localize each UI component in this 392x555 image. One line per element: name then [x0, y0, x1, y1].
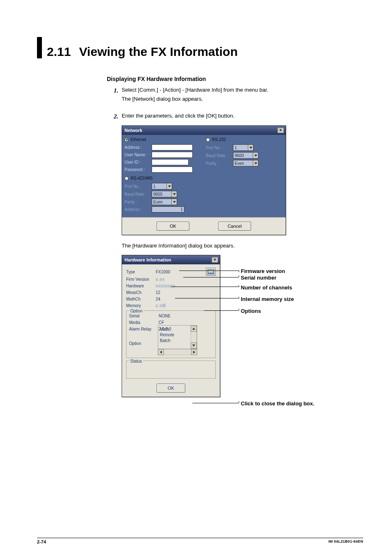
svg-marker-11 — [193, 351, 195, 354]
option-listbox[interactable]: Math Remote Batch — [158, 325, 197, 349]
option-legend: Option — [129, 308, 143, 314]
media-label: Media — [129, 319, 159, 326]
firm-label: Firm Version — [126, 276, 156, 282]
userid-input[interactable] — [152, 159, 189, 165]
section-title: Viewing the FX Information — [79, 45, 238, 58]
chevron-down-icon — [171, 199, 177, 205]
option-item: Remote — [160, 332, 189, 338]
step-1-line-2: The [Network] dialog box appears. — [122, 95, 363, 103]
svg-marker-2 — [173, 201, 176, 203]
hardware-info-dialog: Hardware Information × Type FX1000 — [122, 255, 220, 398]
addr-label: Address : — [125, 144, 150, 150]
section-accent-bar — [37, 37, 42, 58]
svg-marker-8 — [192, 328, 195, 330]
svg-marker-9 — [192, 345, 195, 347]
step-1-line-1: Select [Comm.] - [Action] - [Hardware In… — [122, 86, 363, 94]
close-icon[interactable]: × — [277, 127, 284, 133]
rs232-baud-label: Baud Rate : — [206, 153, 231, 159]
close-icon[interactable]: × — [212, 257, 218, 263]
rs422-radio-label: RS-422/485 — [131, 175, 152, 181]
rs232-baud-select[interactable]: 9600 — [233, 152, 258, 159]
rs232-radio-label: RS-232 — [212, 136, 226, 143]
address-input[interactable] — [152, 144, 193, 150]
option-item: Math — [160, 326, 189, 332]
rs422-radio[interactable] — [125, 176, 129, 180]
cancel-button[interactable]: Cancel — [218, 222, 251, 231]
firm-value: x.xx — [156, 276, 165, 282]
rs422-portno-select[interactable]: 1 — [152, 183, 172, 190]
pwd-label: Password : — [125, 166, 150, 173]
scroll-left-icon[interactable] — [158, 349, 164, 355]
svg-marker-10 — [160, 351, 162, 354]
network-title: Network — [125, 127, 277, 134]
rs422-parity-select[interactable]: Even — [152, 199, 177, 205]
svg-marker-3 — [249, 147, 252, 149]
meas-label: MeasCh — [126, 289, 156, 296]
username-input[interactable] — [152, 152, 193, 158]
svg-marker-0 — [168, 185, 171, 187]
meas-value: 12 — [156, 289, 160, 296]
ok-button[interactable]: OK — [157, 222, 189, 231]
rs232-portno-label: Port No. : — [206, 145, 231, 151]
type-value: FX1000 — [156, 269, 170, 275]
password-input[interactable] — [152, 166, 193, 173]
chevron-down-icon — [248, 145, 253, 150]
section-number: 2.11 — [47, 45, 71, 58]
callout-channels: Number of channels — [241, 284, 292, 292]
rs422-address-input[interactable]: 1 — [152, 206, 184, 213]
chevron-down-icon — [166, 183, 172, 189]
hw-label: Hardware — [126, 283, 156, 289]
rs232-parity-label: Parity : — [206, 160, 231, 166]
chevron-down-icon — [253, 160, 258, 166]
rs422-parity-label: Parity : — [125, 199, 150, 205]
alarm-label: Alarm Relay — [129, 326, 159, 332]
hw-value: xxxxxxxx — [156, 283, 175, 289]
option-side-label: Option — [129, 340, 159, 347]
uname-label: User Name : — [125, 152, 150, 158]
scroll-up-icon[interactable] — [191, 326, 197, 332]
ethernet-radio[interactable] — [125, 138, 129, 142]
mem-value: x.xM — [156, 303, 166, 309]
network-dialog: Network × Ethernet — [122, 125, 286, 236]
callout-memory: Internal memory size — [241, 295, 294, 303]
hwi-title: Hardware Information — [125, 257, 212, 264]
step-number-1: 1. — [107, 86, 118, 95]
callout-close: Click to close the dialog box. — [241, 400, 314, 408]
page-number: 2-74 — [37, 539, 46, 544]
scroll-down-icon[interactable] — [191, 342, 197, 349]
media-value: CF — [159, 319, 164, 326]
step-2-line-1: Enter the parameters, and click the [OK]… — [122, 112, 363, 120]
subheading: Displaying FX Hardware Information — [107, 75, 363, 83]
rs232-portno-select[interactable]: 1 — [233, 144, 254, 151]
rs422-addr-label: Address : — [125, 206, 150, 213]
step-number-2: 2. — [107, 112, 118, 121]
math-label: MathCh — [126, 296, 156, 302]
math-value: 24 — [156, 296, 160, 302]
chevron-down-icon — [253, 153, 258, 158]
ethernet-radio-label: Ethernet — [131, 136, 146, 143]
svg-marker-1 — [173, 193, 176, 195]
status-legend: Status — [129, 358, 143, 364]
svg-marker-4 — [254, 155, 257, 157]
hwi-ok-button[interactable]: OK — [157, 384, 185, 393]
scroll-right-icon[interactable] — [191, 349, 197, 355]
doc-id: IM 04L21B01-64EN — [328, 539, 363, 544]
rs422-portno-label: Port No. : — [125, 183, 150, 190]
uid-label: User ID : — [125, 159, 150, 165]
svg-marker-5 — [254, 162, 257, 164]
chevron-down-icon — [171, 191, 177, 197]
rs422-baud-label: Baud Rate : — [125, 191, 150, 197]
device-icon — [206, 268, 216, 276]
option-item: Batch — [160, 338, 189, 344]
type-label: Type — [126, 269, 156, 275]
rs232-radio[interactable] — [206, 138, 210, 142]
after-network-text: The [Hardware Information] dialog box ap… — [122, 242, 363, 250]
serial-value: NONE — [159, 313, 171, 319]
rs422-baud-select[interactable]: 9600 — [152, 191, 177, 197]
callout-serial: Serial number — [241, 274, 277, 282]
callout-options: Options — [241, 307, 261, 315]
rs232-parity-select[interactable]: Even — [233, 160, 258, 166]
